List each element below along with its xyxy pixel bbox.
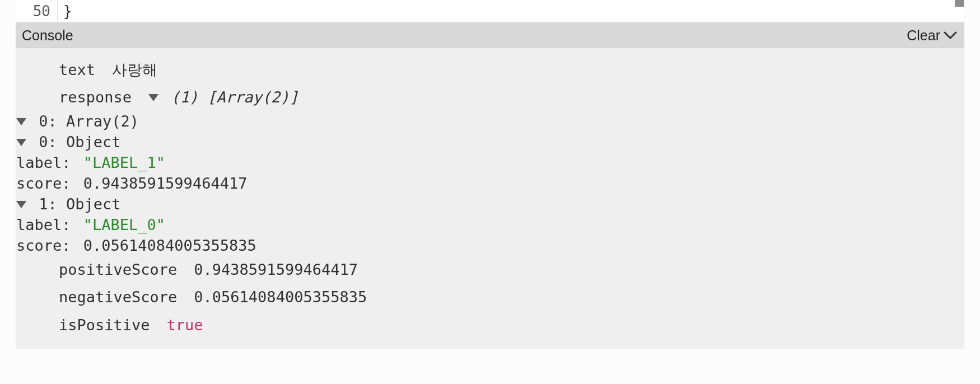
property-value-number: 0.05614084005355835 (83, 237, 256, 254)
property-key: score: (16, 237, 71, 254)
object-property: label: "LABEL_0" (16, 214, 964, 235)
log-entry-response: response (1) [Array(2)] (16, 83, 964, 111)
disclosure-triangle-icon[interactable] (16, 139, 26, 146)
property-value-string: "LABEL_0" (83, 216, 165, 233)
disclosure-triangle-icon[interactable] (16, 201, 26, 208)
object-label: 0: Object (39, 133, 120, 151)
log-entry-text: text 사랑해 (16, 56, 964, 83)
log-key: response (59, 86, 132, 108)
log-entry-ispositive: isPositive true (16, 311, 964, 339)
disclosure-triangle-icon[interactable] (16, 118, 26, 125)
object-item: 1: Object (16, 194, 964, 214)
log-entry-positive: positiveScore 0.9438591599464417 (16, 256, 964, 283)
property-key: label: (16, 216, 71, 233)
disclosure-triangle-icon[interactable] (148, 94, 158, 101)
property-value-number: 0.9438591599464417 (83, 175, 248, 192)
scrollbar-thumb[interactable] (955, 0, 964, 7)
console-title: Console (22, 27, 73, 44)
property-value-string: "LABEL_1" (83, 154, 165, 171)
code-line[interactable]: 50 } (16, 0, 964, 22)
console-output[interactable]: text 사랑해 response (1) [Array(2)] 0: Arra… (16, 48, 964, 349)
object-property: label: "LABEL_1" (16, 152, 964, 173)
log-key: isPositive (59, 314, 150, 336)
log-key: negativeScore (59, 286, 177, 308)
code-editor[interactable]: 50 } (16, 0, 964, 22)
log-value-number: 0.05614084005355835 (194, 286, 367, 308)
log-value-number: 0.9438591599464417 (194, 259, 358, 280)
log-value-boolean: true (167, 314, 203, 336)
log-key: text (59, 59, 95, 81)
log-key: positiveScore (59, 259, 177, 280)
property-key: score: (16, 175, 71, 192)
log-entry-negative: negativeScore 0.05614084005355835 (16, 283, 964, 311)
object-property: score: 0.05614084005355835 (16, 235, 964, 256)
property-key: label: (16, 154, 71, 171)
line-number: 50 (16, 0, 58, 22)
code-text: } (58, 3, 72, 20)
array-summary: (1) [Array(2)] (171, 88, 298, 106)
console-header: Console Clear (16, 22, 964, 48)
array-label: 0: Array(2) (39, 113, 139, 130)
log-value: 사랑해 (112, 59, 157, 81)
object-item: 0: Object (16, 132, 964, 152)
object-label: 1: Object (39, 195, 120, 213)
chevron-down-icon[interactable] (944, 31, 957, 39)
clear-button[interactable]: Clear (907, 27, 940, 44)
object-property: score: 0.9438591599464417 (16, 173, 964, 194)
array-item: 0: Array(2) (16, 111, 964, 132)
